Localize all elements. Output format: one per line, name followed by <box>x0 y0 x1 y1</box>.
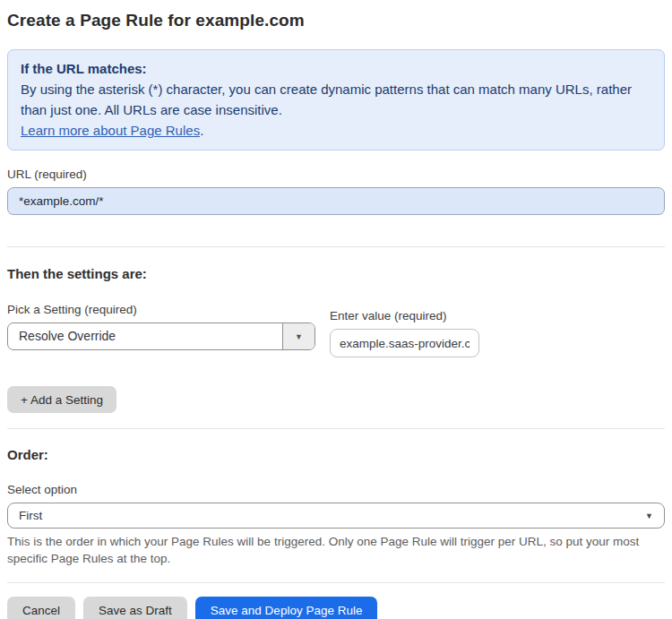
divider <box>7 246 665 247</box>
form-actions: Cancel Save as Draft Save and Deploy Pag… <box>7 597 665 619</box>
enter-value-column: Enter value (required) <box>330 309 479 357</box>
add-setting-button[interactable]: + Add a Setting <box>7 386 116 413</box>
setting-value-input[interactable] <box>330 329 479 357</box>
info-box-heading: If the URL matches: <box>21 58 651 79</box>
chevron-down-icon: ▼ <box>645 512 653 520</box>
pick-setting-column: Pick a Setting (required) Resolve Overri… <box>7 303 315 357</box>
url-label: URL (required) <box>7 168 665 181</box>
save-deploy-button[interactable]: Save and Deploy Page Rule <box>195 597 378 619</box>
divider <box>7 582 665 583</box>
order-help-text: This is the order in which your Page Rul… <box>7 533 665 567</box>
cancel-button[interactable]: Cancel <box>7 597 75 619</box>
info-box-body: By using the asterisk (*) character, you… <box>21 79 651 120</box>
link-suffix: . <box>200 123 203 138</box>
settings-heading: Then the settings are: <box>7 266 665 281</box>
settings-row: Pick a Setting (required) Resolve Overri… <box>7 303 665 357</box>
enter-value-label: Enter value (required) <box>330 309 479 322</box>
divider <box>7 428 665 429</box>
url-match-info-box: If the URL matches: By using the asteris… <box>7 49 665 150</box>
order-select[interactable]: First ▼ <box>7 503 665 529</box>
chevron-down-icon: ▼ <box>295 332 303 341</box>
create-page-rule-form: Create a Page Rule for example.com If th… <box>0 0 672 619</box>
url-input[interactable] <box>7 187 665 215</box>
page-title: Create a Page Rule for example.com <box>7 11 665 30</box>
learn-more-link[interactable]: Learn more about Page Rules <box>21 123 200 138</box>
setting-select[interactable]: Resolve Override ▼ <box>7 322 315 350</box>
setting-select-arrow-box[interactable]: ▼ <box>282 323 314 349</box>
setting-select-value: Resolve Override <box>8 323 282 349</box>
pick-setting-label: Pick a Setting (required) <box>7 303 315 316</box>
info-box-link-line: Learn more about Page Rules. <box>21 120 651 141</box>
order-select-value: First <box>19 509 42 522</box>
order-select-label: Select option <box>7 483 665 496</box>
save-draft-button[interactable]: Save as Draft <box>83 597 187 619</box>
order-heading: Order: <box>7 447 665 462</box>
